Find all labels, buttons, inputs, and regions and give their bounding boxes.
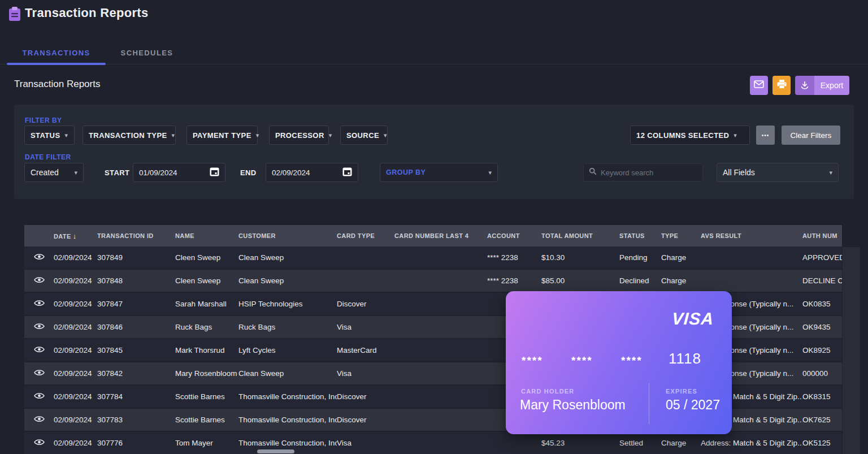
header-transaction-id[interactable]: TRANSACTION ID	[97, 232, 175, 239]
table-row[interactable]: 02/09/2024307776Tom MayerThomasville Con…	[24, 432, 842, 454]
status-filter-label: STATUS	[31, 131, 60, 140]
cell-total: $10.30	[541, 253, 619, 262]
header-account[interactable]: ACCOUNT	[487, 232, 541, 239]
eye-icon	[34, 392, 45, 401]
cell-date: 02/09/2024	[54, 392, 97, 401]
view-row-button[interactable]	[24, 253, 54, 262]
page-title: Transaction Reports	[25, 6, 148, 20]
vertical-scrollbar-track[interactable]	[843, 247, 860, 454]
cell-date: 02/09/2024	[54, 276, 97, 285]
header-type[interactable]: TYPE	[661, 232, 701, 239]
card-holder-label: CARD HOLDER	[521, 388, 574, 395]
view-row-button[interactable]	[24, 369, 54, 378]
more-options-button[interactable]: •••	[756, 126, 775, 145]
chevron-down-icon: ▾	[734, 132, 737, 139]
calendar-icon[interactable]	[210, 167, 219, 179]
view-row-button[interactable]	[24, 276, 54, 286]
eye-icon	[34, 415, 45, 425]
header-auth-num[interactable]: AUTH NUM	[802, 232, 842, 239]
printer-icon	[777, 80, 787, 91]
cell-auth: DECLINE CV	[802, 276, 842, 285]
export-button[interactable]: Export	[795, 76, 849, 95]
credit-card-overlay: VISA **** **** **** 1118 CARD HOLDER Mar…	[506, 291, 732, 434]
print-button[interactable]	[772, 76, 791, 95]
start-date-value: 01/09/2024	[139, 168, 177, 177]
chevron-down-icon: ▾	[488, 169, 492, 176]
cell-status: Settled	[619, 439, 661, 447]
search-icon	[589, 167, 597, 178]
header-total-amount[interactable]: TOTAL AMOUNT	[541, 232, 619, 239]
date-filter-label: DATE FILTER	[25, 153, 71, 161]
table-row[interactable]: 02/09/2024307849Cleen SweepClean Sweep**…	[24, 247, 842, 269]
chevron-down-icon: ▾	[329, 132, 332, 139]
cell-customer: Thomasville Construction, Inc	[238, 439, 337, 447]
tab-transactions-label: TRANSACTIONS	[22, 49, 90, 57]
cell-id: 307776	[97, 439, 175, 447]
header-status[interactable]: STATUS	[619, 232, 661, 239]
end-date-label: END	[240, 168, 257, 177]
cell-card_type: Visa	[337, 369, 394, 378]
cell-total: $85.00	[541, 276, 619, 285]
tab-schedules[interactable]: SCHEDULES	[113, 42, 181, 64]
chevron-down-icon: ▾	[74, 169, 77, 176]
date-type-dropdown[interactable]: Created ▾	[24, 163, 84, 182]
tab-transactions[interactable]: TRANSACTIONS	[7, 42, 106, 64]
transaction-type-filter-label: TRANSACTION TYPE	[89, 131, 167, 140]
cell-auth: OK7625	[802, 416, 842, 424]
header-card-number-last4[interactable]: CARD NUMBER LAST 4	[394, 232, 487, 239]
cell-card_type: Discover	[337, 392, 394, 401]
cell-type: Charge	[661, 439, 701, 447]
email-button[interactable]	[750, 76, 768, 95]
date-type-value: Created	[31, 168, 59, 177]
cell-card_type: Discover	[337, 300, 394, 308]
tab-bar: TRANSACTIONS SCHEDULES	[0, 42, 868, 64]
cell-card_type: MasterCard	[337, 346, 394, 354]
cell-date: 02/09/2024	[54, 323, 97, 331]
group-by-dropdown[interactable]: GROUP BY ▾	[380, 163, 498, 182]
processor-filter-dropdown[interactable]: PROCESSOR ▾	[269, 126, 329, 145]
cell-date: 02/09/2024	[54, 439, 97, 447]
start-date-label: START	[105, 168, 129, 177]
view-row-button[interactable]	[24, 299, 54, 309]
source-filter-dropdown[interactable]: SOURCE ▾	[340, 126, 388, 145]
columns-selected-dropdown[interactable]: 12 COLUMNS SELECTED ▾	[630, 126, 750, 145]
eye-icon	[34, 369, 45, 378]
card-number-group-2: ****	[571, 354, 593, 367]
payment-type-filter-dropdown[interactable]: PAYMENT TYPE ▾	[186, 126, 258, 145]
cell-date: 02/09/2024	[54, 346, 97, 354]
view-row-button[interactable]	[24, 322, 54, 332]
start-date-input[interactable]: 01/09/2024	[133, 163, 225, 182]
transaction-type-filter-dropdown[interactable]: TRANSACTION TYPE ▾	[83, 126, 176, 145]
chevron-down-icon: ▾	[829, 169, 832, 176]
search-scope-value: All Fields	[723, 168, 755, 177]
view-row-button[interactable]	[24, 345, 54, 355]
clear-filters-label: Clear Filters	[791, 131, 832, 140]
cell-avs: Address: Match & 5 Digit Zip...	[701, 439, 802, 447]
keyword-search-input[interactable]	[601, 168, 697, 177]
keyword-search-box	[583, 163, 703, 181]
cell-account: **** 2238	[487, 276, 541, 285]
clear-filters-button[interactable]: Clear Filters	[782, 126, 840, 145]
view-row-button[interactable]	[24, 415, 54, 425]
header-avs-result[interactable]: AVS RESULT	[701, 232, 802, 239]
header-date-label: DATE	[54, 233, 71, 240]
header-name[interactable]: NAME	[175, 232, 238, 239]
cell-id: 307784	[97, 392, 175, 401]
header-date[interactable]: DATE↓	[54, 232, 97, 240]
header-card-type[interactable]: CARD TYPE	[337, 232, 394, 239]
view-row-button[interactable]	[24, 392, 54, 401]
payment-type-filter-label: PAYMENT TYPE	[193, 131, 251, 140]
cell-total: $45.23	[541, 439, 619, 447]
cell-customer: HSIP Technologies	[238, 300, 337, 308]
header-customer[interactable]: CUSTOMER	[238, 232, 337, 239]
table-row[interactable]: 02/09/2024307848Cleen SweepClean Sweep**…	[24, 270, 842, 292]
status-filter-dropdown[interactable]: STATUS ▾	[24, 126, 75, 145]
horizontal-scrollbar-thumb[interactable]	[257, 449, 294, 453]
eye-icon	[34, 299, 45, 309]
end-date-input[interactable]: 02/09/2024	[266, 163, 358, 182]
chevron-down-icon: ▾	[256, 132, 259, 139]
view-row-button[interactable]	[24, 438, 54, 448]
search-scope-dropdown[interactable]: All Fields ▾	[717, 163, 839, 182]
card-number-last4: 1118	[669, 350, 701, 367]
calendar-icon[interactable]	[342, 167, 352, 179]
